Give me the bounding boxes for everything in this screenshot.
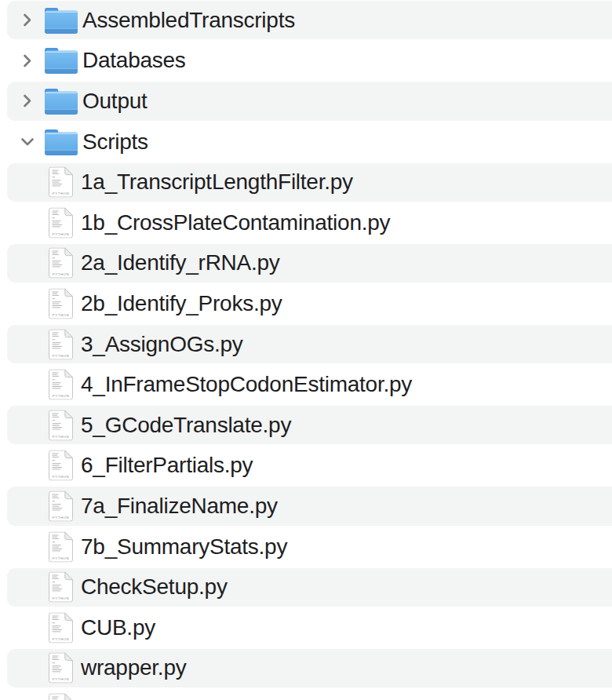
file-name-label: 6_FilterPartials.py [81, 454, 253, 476]
tree-row-folder[interactable]: Output [0, 81, 612, 122]
svg-text:PYTHON: PYTHON [53, 435, 70, 439]
file-tree: AssembledTranscripts Databases Output Sc… [0, 0, 612, 700]
folder-name-label: Databases [82, 49, 186, 71]
svg-text:PYTHON: PYTHON [53, 313, 70, 317]
file-name-label: 4_InFrameStopCodonEstimator.py [81, 374, 412, 396]
chevron-right-icon[interactable] [18, 51, 37, 70]
python-file-icon: PYTHON [49, 693, 73, 700]
python-file-icon: PYTHON [49, 329, 73, 359]
python-file-icon: PYTHON [49, 450, 73, 481]
tree-row-folder[interactable]: Scripts [0, 122, 612, 162]
python-file-icon: PYTHON [49, 653, 73, 684]
finder-list-view: AssembledTranscripts Databases Output Sc… [0, 0, 612, 700]
tree-row-file[interactable]: PYTHON3_AssignOGs.py [0, 324, 612, 365]
tree-row-folder[interactable]: Databases [0, 41, 612, 82]
python-file-icon: PYTHON [49, 167, 73, 198]
python-file-icon: PYTHON [49, 572, 73, 603]
file-name-label: 7a_FinalizeName.py [81, 495, 278, 517]
svg-text:PYTHON: PYTHON [53, 516, 70, 520]
svg-text:PYTHON: PYTHON [53, 637, 70, 641]
tree-row-file[interactable]: PYTHONCUB.py [0, 607, 612, 648]
file-name-label: wrapper.py [81, 657, 186, 679]
tree-row-file[interactable]: PYTHONCheckSetup.py [0, 567, 612, 607]
tree-row-file[interactable]: PYTHONwrapper.py [0, 648, 612, 689]
folder-icon [45, 129, 78, 155]
svg-text:PYTHON: PYTHON [53, 232, 70, 236]
python-file-icon: PYTHON [49, 490, 73, 521]
svg-text:PYTHON: PYTHON [53, 677, 70, 681]
svg-text:PYTHON: PYTHON [53, 191, 70, 195]
tree-row-file[interactable]: PYTHON7a_FinalizeName.py [0, 486, 612, 527]
python-file-icon: PYTHON [49, 531, 73, 562]
chevron-down-icon[interactable] [18, 133, 37, 151]
svg-text:PYTHON: PYTHON [53, 556, 70, 560]
tree-row-folder[interactable]: AssembledTranscripts [0, 0, 612, 41]
file-name-label: CheckSetup.py [81, 576, 228, 598]
file-name-label: CUB.py [81, 617, 155, 639]
folder-name-label: AssembledTranscripts [82, 9, 295, 31]
svg-text:PYTHON: PYTHON [53, 354, 70, 358]
python-file-icon: PYTHON [49, 248, 73, 279]
folder-name-label: Output [82, 90, 148, 112]
tree-row-file[interactable]: PYTHON [0, 688, 612, 700]
tree-row-file[interactable]: PYTHON1b_CrossPlateContamination.py [0, 202, 612, 243]
python-file-icon: PYTHON [49, 612, 73, 643]
file-name-label: 5_GCodeTranslate.py [81, 414, 291, 436]
python-file-icon: PYTHON [49, 370, 73, 400]
svg-text:PYTHON: PYTHON [53, 272, 70, 276]
file-name-label: 3_AssignOGs.py [81, 334, 243, 355]
svg-text:PYTHON: PYTHON [53, 596, 70, 600]
chevron-right-icon[interactable] [18, 11, 37, 30]
chevron-right-icon[interactable] [18, 92, 37, 111]
tree-row-file[interactable]: PYTHON7b_SummaryStats.py [0, 527, 612, 567]
svg-text:PYTHON: PYTHON [53, 394, 70, 398]
folder-icon [45, 47, 78, 74]
folder-icon [45, 88, 78, 115]
python-file-icon: PYTHON [49, 207, 73, 238]
python-file-icon: PYTHON [49, 410, 73, 440]
file-name-label: 1a_TranscriptLengthFilter.py [81, 171, 353, 193]
tree-row-file[interactable]: PYTHON6_FilterPartials.py [0, 446, 612, 487]
python-file-icon: PYTHON [49, 288, 73, 319]
file-name-label: 2b_Identify_Proks.py [81, 293, 282, 315]
tree-row-file[interactable]: PYTHON5_GCodeTranslate.py [0, 405, 612, 446]
folder-icon [45, 7, 78, 34]
svg-text:PYTHON: PYTHON [53, 475, 70, 479]
tree-row-file[interactable]: PYTHON2b_Identify_Proks.py [0, 283, 612, 324]
tree-row-file[interactable]: PYTHON4_InFrameStopCodonEstimator.py [0, 364, 612, 405]
file-name-label: 7b_SummaryStats.py [81, 536, 287, 558]
folder-name-label: Scripts [82, 131, 148, 153]
file-name-label: 1b_CrossPlateContamination.py [81, 212, 390, 234]
row-stripe-background [7, 689, 612, 700]
tree-row-file[interactable]: PYTHON1a_TranscriptLengthFilter.py [0, 162, 612, 202]
tree-row-file[interactable]: PYTHON2a_Identify_rRNA.py [0, 243, 612, 284]
file-name-label: 2a_Identify_rRNA.py [81, 252, 280, 274]
